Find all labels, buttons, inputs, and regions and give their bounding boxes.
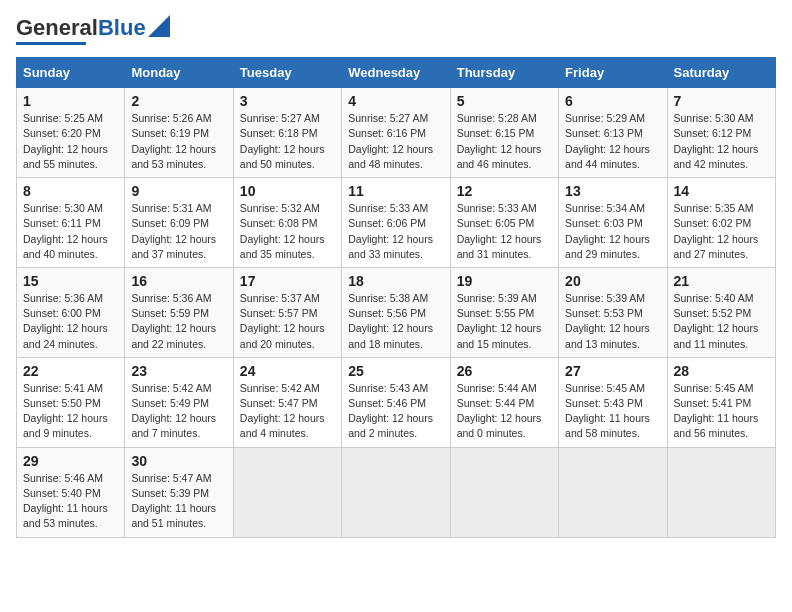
calendar-cell: 13Sunrise: 5:34 AM Sunset: 6:03 PM Dayli…: [559, 178, 667, 268]
calendar-cell: 11Sunrise: 5:33 AM Sunset: 6:06 PM Dayli…: [342, 178, 450, 268]
day-info: Sunrise: 5:42 AM Sunset: 5:47 PM Dayligh…: [240, 381, 335, 442]
calendar-cell: 10Sunrise: 5:32 AM Sunset: 6:08 PM Dayli…: [233, 178, 341, 268]
calendar-cell: 27Sunrise: 5:45 AM Sunset: 5:43 PM Dayli…: [559, 357, 667, 447]
day-info: Sunrise: 5:30 AM Sunset: 6:11 PM Dayligh…: [23, 201, 118, 262]
column-header-monday: Monday: [125, 58, 233, 88]
calendar-cell: 23Sunrise: 5:42 AM Sunset: 5:49 PM Dayli…: [125, 357, 233, 447]
day-number: 24: [240, 363, 335, 379]
calendar-week-3: 15Sunrise: 5:36 AM Sunset: 6:00 PM Dayli…: [17, 267, 776, 357]
day-number: 12: [457, 183, 552, 199]
day-info: Sunrise: 5:29 AM Sunset: 6:13 PM Dayligh…: [565, 111, 660, 172]
day-number: 6: [565, 93, 660, 109]
day-info: Sunrise: 5:27 AM Sunset: 6:16 PM Dayligh…: [348, 111, 443, 172]
calendar-cell: 29Sunrise: 5:46 AM Sunset: 5:40 PM Dayli…: [17, 447, 125, 537]
calendar-cell: 25Sunrise: 5:43 AM Sunset: 5:46 PM Dayli…: [342, 357, 450, 447]
column-header-tuesday: Tuesday: [233, 58, 341, 88]
day-number: 5: [457, 93, 552, 109]
day-number: 25: [348, 363, 443, 379]
day-info: Sunrise: 5:26 AM Sunset: 6:19 PM Dayligh…: [131, 111, 226, 172]
day-info: Sunrise: 5:39 AM Sunset: 5:55 PM Dayligh…: [457, 291, 552, 352]
day-number: 20: [565, 273, 660, 289]
column-header-wednesday: Wednesday: [342, 58, 450, 88]
day-info: Sunrise: 5:34 AM Sunset: 6:03 PM Dayligh…: [565, 201, 660, 262]
day-info: Sunrise: 5:40 AM Sunset: 5:52 PM Dayligh…: [674, 291, 769, 352]
calendar-cell: 12Sunrise: 5:33 AM Sunset: 6:05 PM Dayli…: [450, 178, 558, 268]
calendar-cell: 1Sunrise: 5:25 AM Sunset: 6:20 PM Daylig…: [17, 88, 125, 178]
calendar-cell: 17Sunrise: 5:37 AM Sunset: 5:57 PM Dayli…: [233, 267, 341, 357]
calendar-cell: [342, 447, 450, 537]
page-header: GeneralBlue: [16, 16, 776, 45]
day-info: Sunrise: 5:27 AM Sunset: 6:18 PM Dayligh…: [240, 111, 335, 172]
day-number: 14: [674, 183, 769, 199]
day-number: 17: [240, 273, 335, 289]
calendar-cell: 18Sunrise: 5:38 AM Sunset: 5:56 PM Dayli…: [342, 267, 450, 357]
day-number: 27: [565, 363, 660, 379]
calendar-cell: 26Sunrise: 5:44 AM Sunset: 5:44 PM Dayli…: [450, 357, 558, 447]
day-number: 11: [348, 183, 443, 199]
column-header-sunday: Sunday: [17, 58, 125, 88]
day-number: 4: [348, 93, 443, 109]
day-info: Sunrise: 5:44 AM Sunset: 5:44 PM Dayligh…: [457, 381, 552, 442]
day-info: Sunrise: 5:47 AM Sunset: 5:39 PM Dayligh…: [131, 471, 226, 532]
calendar-cell: 15Sunrise: 5:36 AM Sunset: 6:00 PM Dayli…: [17, 267, 125, 357]
day-number: 13: [565, 183, 660, 199]
logo: GeneralBlue: [16, 16, 170, 45]
day-info: Sunrise: 5:38 AM Sunset: 5:56 PM Dayligh…: [348, 291, 443, 352]
calendar-cell: 6Sunrise: 5:29 AM Sunset: 6:13 PM Daylig…: [559, 88, 667, 178]
calendar-cell: 20Sunrise: 5:39 AM Sunset: 5:53 PM Dayli…: [559, 267, 667, 357]
logo-underline: [16, 42, 86, 45]
day-number: 23: [131, 363, 226, 379]
day-number: 29: [23, 453, 118, 469]
day-info: Sunrise: 5:42 AM Sunset: 5:49 PM Dayligh…: [131, 381, 226, 442]
calendar-cell: 14Sunrise: 5:35 AM Sunset: 6:02 PM Dayli…: [667, 178, 775, 268]
calendar-cell: 16Sunrise: 5:36 AM Sunset: 5:59 PM Dayli…: [125, 267, 233, 357]
day-info: Sunrise: 5:32 AM Sunset: 6:08 PM Dayligh…: [240, 201, 335, 262]
calendar-cell: 8Sunrise: 5:30 AM Sunset: 6:11 PM Daylig…: [17, 178, 125, 268]
day-info: Sunrise: 5:28 AM Sunset: 6:15 PM Dayligh…: [457, 111, 552, 172]
calendar-table: SundayMondayTuesdayWednesdayThursdayFrid…: [16, 57, 776, 537]
day-info: Sunrise: 5:31 AM Sunset: 6:09 PM Dayligh…: [131, 201, 226, 262]
column-header-saturday: Saturday: [667, 58, 775, 88]
calendar-cell: [450, 447, 558, 537]
day-info: Sunrise: 5:45 AM Sunset: 5:41 PM Dayligh…: [674, 381, 769, 442]
day-number: 8: [23, 183, 118, 199]
calendar-cell: 4Sunrise: 5:27 AM Sunset: 6:16 PM Daylig…: [342, 88, 450, 178]
day-info: Sunrise: 5:25 AM Sunset: 6:20 PM Dayligh…: [23, 111, 118, 172]
day-info: Sunrise: 5:39 AM Sunset: 5:53 PM Dayligh…: [565, 291, 660, 352]
calendar-cell: 5Sunrise: 5:28 AM Sunset: 6:15 PM Daylig…: [450, 88, 558, 178]
calendar-cell: 28Sunrise: 5:45 AM Sunset: 5:41 PM Dayli…: [667, 357, 775, 447]
day-info: Sunrise: 5:33 AM Sunset: 6:05 PM Dayligh…: [457, 201, 552, 262]
day-number: 21: [674, 273, 769, 289]
column-header-friday: Friday: [559, 58, 667, 88]
day-number: 1: [23, 93, 118, 109]
day-number: 16: [131, 273, 226, 289]
calendar-week-1: 1Sunrise: 5:25 AM Sunset: 6:20 PM Daylig…: [17, 88, 776, 178]
calendar-cell: 21Sunrise: 5:40 AM Sunset: 5:52 PM Dayli…: [667, 267, 775, 357]
calendar-cell: 7Sunrise: 5:30 AM Sunset: 6:12 PM Daylig…: [667, 88, 775, 178]
day-number: 9: [131, 183, 226, 199]
day-number: 26: [457, 363, 552, 379]
calendar-cell: [233, 447, 341, 537]
day-number: 7: [674, 93, 769, 109]
day-number: 3: [240, 93, 335, 109]
calendar-cell: 9Sunrise: 5:31 AM Sunset: 6:09 PM Daylig…: [125, 178, 233, 268]
calendar-header-row: SundayMondayTuesdayWednesdayThursdayFrid…: [17, 58, 776, 88]
column-header-thursday: Thursday: [450, 58, 558, 88]
day-info: Sunrise: 5:41 AM Sunset: 5:50 PM Dayligh…: [23, 381, 118, 442]
logo-icon: [148, 15, 170, 37]
day-info: Sunrise: 5:33 AM Sunset: 6:06 PM Dayligh…: [348, 201, 443, 262]
day-info: Sunrise: 5:36 AM Sunset: 5:59 PM Dayligh…: [131, 291, 226, 352]
day-info: Sunrise: 5:35 AM Sunset: 6:02 PM Dayligh…: [674, 201, 769, 262]
day-info: Sunrise: 5:46 AM Sunset: 5:40 PM Dayligh…: [23, 471, 118, 532]
calendar-cell: 30Sunrise: 5:47 AM Sunset: 5:39 PM Dayli…: [125, 447, 233, 537]
day-number: 18: [348, 273, 443, 289]
day-number: 2: [131, 93, 226, 109]
calendar-cell: 22Sunrise: 5:41 AM Sunset: 5:50 PM Dayli…: [17, 357, 125, 447]
calendar-cell: 3Sunrise: 5:27 AM Sunset: 6:18 PM Daylig…: [233, 88, 341, 178]
calendar-cell: 2Sunrise: 5:26 AM Sunset: 6:19 PM Daylig…: [125, 88, 233, 178]
calendar-week-4: 22Sunrise: 5:41 AM Sunset: 5:50 PM Dayli…: [17, 357, 776, 447]
calendar-cell: 24Sunrise: 5:42 AM Sunset: 5:47 PM Dayli…: [233, 357, 341, 447]
calendar-cell: [667, 447, 775, 537]
day-number: 30: [131, 453, 226, 469]
calendar-cell: 19Sunrise: 5:39 AM Sunset: 5:55 PM Dayli…: [450, 267, 558, 357]
